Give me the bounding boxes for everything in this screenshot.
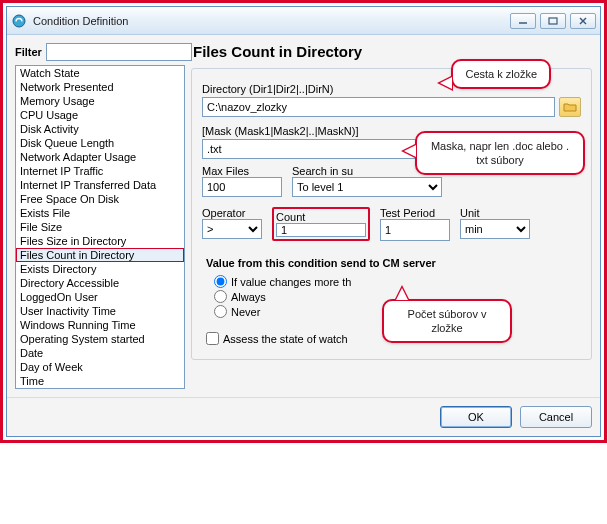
list-item[interactable]: Internet IP Transferred Data <box>16 178 184 192</box>
radio-ifchange[interactable] <box>214 275 227 288</box>
window: Condition Definition Filter Watch StateN… <box>6 6 601 437</box>
list-item[interactable]: Time <box>16 374 184 388</box>
value-heading: Value from this condition send to CM ser… <box>206 257 581 269</box>
operator-select[interactable]: > <box>202 219 262 239</box>
list-item[interactable]: Operating System started <box>16 332 184 346</box>
svg-rect-2 <box>549 18 557 24</box>
folder-icon <box>563 101 577 113</box>
list-item[interactable]: Free Space On Disk <box>16 192 184 206</box>
filter-panel: Filter Watch StateNetwork PresentedMemor… <box>15 43 185 389</box>
list-item[interactable]: CPU Usage <box>16 108 184 122</box>
list-item[interactable]: Network Adapter Usage <box>16 150 184 164</box>
maxfiles-label: Max Files <box>202 165 282 177</box>
count-highlight: Count <box>272 207 370 241</box>
list-item[interactable]: Date <box>16 346 184 360</box>
condition-list[interactable]: Watch StateNetwork PresentedMemory Usage… <box>15 65 185 389</box>
browse-folder-button[interactable] <box>559 97 581 117</box>
list-item[interactable]: Network Presented <box>16 80 184 94</box>
titlebar: Condition Definition <box>7 7 600 35</box>
unit-label: Unit <box>460 207 530 219</box>
button-bar: OK Cancel <box>7 397 600 436</box>
search-select[interactable]: To level 1 <box>292 177 442 197</box>
list-item[interactable]: Directory Accessible <box>16 276 184 290</box>
radio-always[interactable] <box>214 290 227 303</box>
callout-count: Počet súborov v zložke <box>382 299 512 343</box>
list-item[interactable]: Files Count in Directory <box>16 248 184 262</box>
radio-ifchange-label: If value changes more th <box>231 276 351 288</box>
radio-always-label: Always <box>231 291 266 303</box>
details-panel: Files Count in Directory Directory (Dir1… <box>191 43 592 389</box>
list-item[interactable]: Exists File <box>16 206 184 220</box>
callout-path: Cesta k zložke <box>451 59 551 89</box>
maximize-button[interactable] <box>540 13 566 29</box>
list-item[interactable]: Internet IP Traffic <box>16 164 184 178</box>
settings-group: Directory (Dir1|Dir2|..|DirN) [Mask (Mas… <box>191 68 592 360</box>
assess-checkbox[interactable] <box>206 332 219 345</box>
list-item[interactable]: File Size <box>16 220 184 234</box>
assess-label: Assess the state of watch <box>223 333 348 345</box>
count-input[interactable] <box>276 223 366 237</box>
directory-input[interactable] <box>202 97 555 117</box>
list-item[interactable]: Disk Activity <box>16 122 184 136</box>
page-title: Files Count in Directory <box>193 43 592 60</box>
testperiod-label: Test Period <box>380 207 450 219</box>
radio-never-label: Never <box>231 306 260 318</box>
filter-input[interactable] <box>46 43 192 61</box>
unit-select[interactable]: min <box>460 219 530 239</box>
list-item[interactable]: User Inactivity Time <box>16 304 184 318</box>
svg-point-0 <box>13 15 25 27</box>
list-item[interactable]: Windows Running Time <box>16 318 184 332</box>
list-item[interactable]: Watch State <box>16 66 184 80</box>
count-label: Count <box>276 211 366 223</box>
testperiod-input[interactable] <box>380 219 450 241</box>
list-item[interactable]: Files Size in Directory <box>16 234 184 248</box>
callout-mask: Maska, napr len .doc alebo . txt súbory <box>415 131 585 175</box>
maxfiles-input[interactable] <box>202 177 282 197</box>
window-controls <box>510 13 596 29</box>
list-item[interactable]: Memory Usage <box>16 94 184 108</box>
list-item[interactable]: LoggedOn User <box>16 290 184 304</box>
window-title: Condition Definition <box>33 15 510 27</box>
list-item[interactable]: Exists Directory <box>16 262 184 276</box>
ok-button[interactable]: OK <box>440 406 512 428</box>
cancel-button[interactable]: Cancel <box>520 406 592 428</box>
app-icon <box>11 13 27 29</box>
close-button[interactable] <box>570 13 596 29</box>
client-area: Filter Watch StateNetwork PresentedMemor… <box>7 35 600 397</box>
list-item[interactable]: Day of Week <box>16 360 184 374</box>
operator-label: Operator <box>202 207 262 219</box>
filter-label: Filter <box>15 46 42 58</box>
radio-never[interactable] <box>214 305 227 318</box>
minimize-button[interactable] <box>510 13 536 29</box>
list-item[interactable]: Disk Queue Length <box>16 136 184 150</box>
